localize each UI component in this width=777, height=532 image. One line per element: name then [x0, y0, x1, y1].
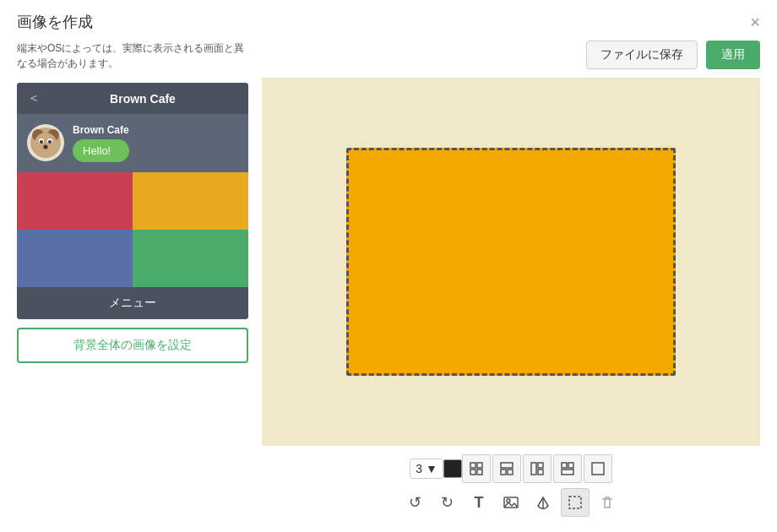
svg-rect-13: [477, 470, 482, 475]
back-arrow-icon[interactable]: ＜: [27, 90, 41, 107]
image-tool-button[interactable]: [497, 488, 525, 517]
grid-icon-1[interactable]: [462, 454, 491, 483]
dialog-body: 端末やOSによっては、実際に表示される画面と異なる場合があります。 ＜ Brow…: [0, 41, 777, 532]
canvas-image: [346, 148, 676, 376]
grid-icon-3[interactable]: [523, 454, 552, 483]
svg-point-9: [44, 145, 48, 149]
chat-sender-name: Brown Cafe: [73, 124, 129, 136]
dialog-header: 画像を作成 ×: [0, 0, 777, 41]
svg-rect-20: [562, 463, 567, 468]
svg-rect-19: [538, 470, 543, 475]
chat-area: Brown Cafe Hello!: [17, 114, 248, 172]
right-panel: ファイルに保存 適用 3 ▼: [262, 41, 760, 524]
avatar: [27, 124, 64, 161]
svg-rect-23: [592, 463, 604, 475]
svg-rect-21: [568, 463, 573, 468]
svg-rect-10: [470, 463, 475, 468]
grid-icon-5[interactable]: [584, 454, 612, 483]
svg-rect-27: [569, 497, 581, 508]
grid-tool-group: [462, 454, 612, 483]
select-tool-button[interactable]: [561, 488, 590, 517]
chat-content: Brown Cafe Hello!: [73, 124, 129, 162]
color-cell-blue[interactable]: [17, 230, 133, 287]
save-file-button[interactable]: ファイルに保存: [586, 41, 698, 69]
phone-title: Brown Cafe: [47, 92, 238, 106]
phone-header: ＜ Brown Cafe: [17, 83, 248, 114]
svg-rect-18: [538, 463, 543, 468]
svg-point-7: [48, 140, 52, 144]
number-select[interactable]: 3 ▼: [410, 459, 443, 479]
dialog-title: 画像を作成: [17, 12, 93, 32]
phone-preview: ＜ Brown Cafe: [17, 83, 248, 319]
svg-rect-14: [501, 463, 513, 468]
svg-rect-16: [508, 470, 513, 475]
grid-icon-2[interactable]: [492, 454, 521, 483]
number-value: 3: [416, 462, 422, 475]
canvas-area[interactable]: [262, 78, 760, 446]
bottom-toolbar-row2: ↺ ↻ T: [262, 488, 760, 524]
bottom-toolbar-row1: 3 ▼: [262, 446, 760, 488]
bear-avatar-icon: [30, 127, 62, 159]
svg-point-6: [40, 140, 43, 144]
warning-text: 端末やOSによっては、実際に表示される画面と異なる場合があります。: [17, 41, 248, 71]
svg-rect-11: [477, 463, 482, 468]
undo-button[interactable]: ↺: [400, 488, 429, 517]
close-button[interactable]: ×: [750, 14, 760, 30]
top-toolbar: ファイルに保存 適用: [262, 41, 760, 69]
color-swatch[interactable]: [443, 459, 462, 478]
menu-label: メニュー: [109, 296, 156, 309]
apply-button[interactable]: 適用: [706, 41, 760, 69]
redo-button[interactable]: ↻: [432, 488, 461, 517]
dropdown-arrow: ▼: [426, 462, 437, 475]
svg-rect-17: [531, 463, 536, 475]
svg-rect-15: [501, 470, 506, 475]
left-panel: 端末やOSによっては、実際に表示される画面と異なる場合があります。 ＜ Brow…: [17, 41, 248, 524]
bg-set-button[interactable]: 背景全体の画像を設定: [17, 328, 248, 363]
number-tool-group: 3 ▼: [410, 459, 443, 479]
menu-bar: メニュー: [17, 287, 248, 319]
color-cell-red[interactable]: [17, 172, 133, 230]
color-grid: [17, 172, 248, 287]
svg-rect-22: [562, 470, 573, 475]
fill-tool-button[interactable]: [529, 488, 557, 517]
text-tool-button[interactable]: T: [465, 488, 493, 517]
chat-bubble: Hello!: [73, 139, 129, 162]
svg-rect-12: [470, 470, 475, 475]
color-cell-green[interactable]: [133, 230, 248, 287]
delete-button[interactable]: [593, 488, 622, 517]
grid-icon-4[interactable]: [553, 454, 582, 483]
create-image-dialog: 画像を作成 × 端末やOSによっては、実際に表示される画面と異なる場合があります…: [0, 0, 777, 532]
color-cell-yellow[interactable]: [133, 172, 248, 230]
